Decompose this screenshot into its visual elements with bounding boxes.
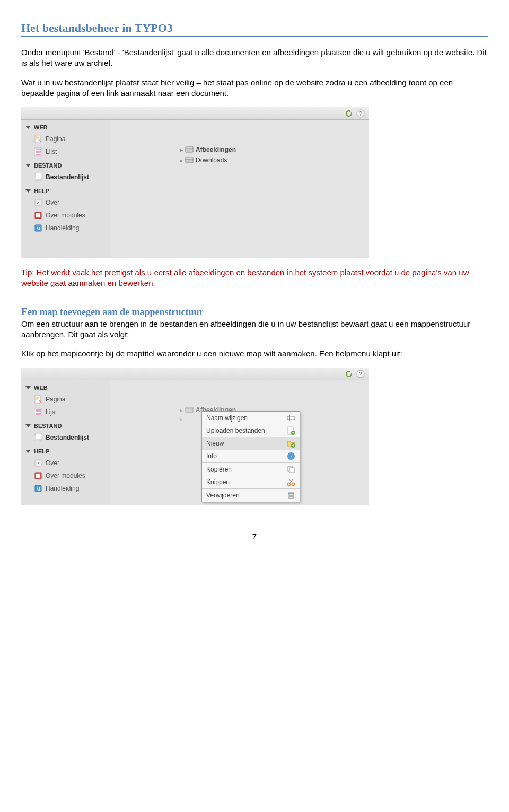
sidebar-item-label: Handleiding xyxy=(46,485,79,492)
menu-copy[interactable]: Kopiëren xyxy=(202,463,300,476)
sidebar-item-handleiding[interactable]: M Handleiding xyxy=(21,482,111,495)
sidebar-item-over-modules[interactable]: Over modules xyxy=(21,209,111,222)
sidebar-section-web[interactable]: WEB xyxy=(21,380,111,393)
sidebar-item-label: Lijst xyxy=(46,408,57,416)
menu-label: Nieuw xyxy=(206,440,224,447)
help-icon[interactable]: ? xyxy=(356,109,365,118)
caret-down-icon xyxy=(25,424,31,427)
aboutmodules-icon xyxy=(34,472,42,480)
screenshot-typo3-filelist: ? WEB Pagina Lijst BESTAND Bes xyxy=(21,107,369,258)
sidebar-section-web[interactable]: WEB xyxy=(21,120,111,133)
drive-icon xyxy=(185,145,194,154)
sidebar-item-label: Lijst xyxy=(46,148,57,155)
sidebar-section-bestand[interactable]: BESTAND xyxy=(21,158,111,171)
menu-cut[interactable]: Knippen xyxy=(202,476,300,488)
sidebar-section-help-label: HELP xyxy=(34,448,49,455)
sidebar-item-label: Over xyxy=(46,459,59,467)
trash-icon xyxy=(287,491,295,500)
manual-icon: M xyxy=(34,484,42,493)
sidebar-section-web-label: WEB xyxy=(34,385,48,391)
sidebar-section-bestand[interactable]: BESTAND xyxy=(21,418,111,431)
caret-down-icon xyxy=(25,126,31,129)
new-folder-icon xyxy=(287,439,295,448)
sidebar-item-label: Handleiding xyxy=(46,224,79,232)
expand-icon[interactable]: ▸ xyxy=(180,147,183,153)
menu-new[interactable]: Nieuw xyxy=(202,437,300,450)
refresh-icon[interactable] xyxy=(345,370,353,378)
sidebar-item-pagina[interactable]: Pagina xyxy=(21,393,111,406)
heading-bestandsbeheer: Het bestandsbeheer in TYPO3 xyxy=(21,21,488,37)
expand-icon[interactable]: ▸ xyxy=(180,158,183,163)
sidebar-section-bestand-label: BESTAND xyxy=(34,162,62,169)
tip-paragraph: Tip: Het werkt vaak het prettigst als u … xyxy=(21,267,488,289)
svg-rect-27 xyxy=(186,407,193,409)
folder-afbeeldingen[interactable]: ▸ Afbeeldingen xyxy=(180,144,369,155)
expand-icon[interactable]: ▸ xyxy=(180,416,183,422)
svg-text:M: M xyxy=(36,486,40,492)
module-sidebar: WEB Pagina Lijst BESTAND Bestandenlijst … xyxy=(21,120,111,258)
sidebar-item-label: Over xyxy=(46,199,59,206)
svg-text:i: i xyxy=(291,453,292,459)
menu-label: Info xyxy=(206,452,217,460)
sidebar-item-over[interactable]: Over xyxy=(21,196,111,209)
svg-point-38 xyxy=(292,483,295,486)
sidebar-item-label: Over modules xyxy=(46,472,85,479)
menu-label: Verwijderen xyxy=(206,492,240,499)
list-icon xyxy=(34,147,42,156)
sidebar-item-lijst[interactable]: Lijst xyxy=(21,145,111,158)
menu-upload[interactable]: Uploaden bestanden xyxy=(202,424,300,437)
sidebar-section-help-label: HELP xyxy=(34,188,49,194)
svg-rect-36 xyxy=(289,468,294,473)
sidebar-item-label: Pagina xyxy=(46,135,65,143)
file-tree-pane: ▸ Afbeeldingen ▸ Naam wijzigen Uploaden … xyxy=(111,380,369,505)
help-icon[interactable]: ? xyxy=(356,370,365,378)
drive-icon xyxy=(185,406,194,414)
paragraph-intro-1: Onder menupunt 'Bestand' - 'Bestandenlij… xyxy=(21,47,488,69)
rename-icon xyxy=(287,414,295,422)
menu-label: Knippen xyxy=(206,478,230,486)
folder-label: Afbeeldingen xyxy=(196,146,236,153)
menu-label: Kopiëren xyxy=(206,466,232,473)
menu-rename[interactable]: Naam wijzigen xyxy=(202,412,300,424)
sidebar-item-over[interactable]: Over xyxy=(21,457,111,469)
filelist-icon xyxy=(34,173,42,181)
sidebar-item-bestandenlijst[interactable]: Bestandenlijst xyxy=(21,171,111,184)
copy-icon xyxy=(287,465,295,474)
paragraph-map-2: Klik op het mapicoontje bij de maptitel … xyxy=(21,348,488,359)
paragraph-map-1: Om een structuur aan te brengen in de be… xyxy=(21,319,488,340)
sidebar-item-label: Bestandenlijst xyxy=(46,434,89,441)
module-sidebar: WEB Pagina Lijst BESTAND Bestandenlijst … xyxy=(21,380,111,505)
refresh-icon[interactable] xyxy=(345,109,353,118)
svg-rect-14 xyxy=(186,158,193,159)
screenshot-toolbar: ? xyxy=(21,107,369,120)
drive-icon xyxy=(185,156,194,164)
info-icon: i xyxy=(287,452,295,460)
list-icon xyxy=(34,408,42,416)
sidebar-item-over-modules[interactable]: Over modules xyxy=(21,469,111,482)
cut-icon xyxy=(287,478,295,486)
sidebar-item-pagina[interactable]: Pagina xyxy=(21,133,111,145)
menu-info[interactable]: Info i xyxy=(202,450,300,462)
sidebar-section-help[interactable]: HELP xyxy=(21,184,111,196)
sidebar-section-help[interactable]: HELP xyxy=(21,444,111,457)
svg-rect-23 xyxy=(36,474,40,478)
folder-downloads[interactable]: ▸ Downloads xyxy=(180,155,369,165)
svg-point-37 xyxy=(288,483,291,486)
page-number: 7 xyxy=(21,532,488,541)
svg-rect-40 xyxy=(288,493,294,494)
menu-delete[interactable]: Verwijderen xyxy=(202,489,300,502)
expand-icon[interactable]: ▸ xyxy=(180,407,183,413)
sidebar-item-lijst[interactable]: Lijst xyxy=(21,406,111,418)
sidebar-item-bestandenlijst[interactable]: Bestandenlijst xyxy=(21,431,111,444)
sidebar-item-label: Bestandenlijst xyxy=(46,173,89,181)
svg-rect-8 xyxy=(36,213,40,217)
sidebar-item-handleiding[interactable]: M Handleiding xyxy=(21,222,111,234)
screenshot-toolbar: ? xyxy=(21,368,369,380)
aboutmodules-icon xyxy=(34,211,42,220)
heading-map-toevoegen: Een map toevoegen aan de mappenstructuur xyxy=(21,307,488,318)
svg-text:?: ? xyxy=(359,371,362,377)
sidebar-item-label: Pagina xyxy=(46,396,65,403)
menu-label: Naam wijzigen xyxy=(206,414,248,422)
about-icon xyxy=(34,459,42,467)
page-icon xyxy=(34,135,42,143)
